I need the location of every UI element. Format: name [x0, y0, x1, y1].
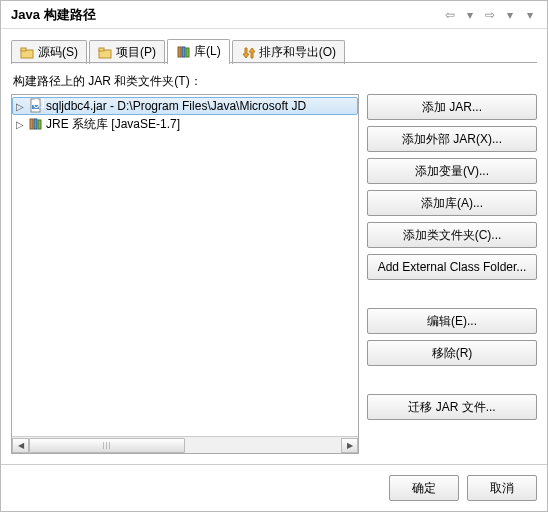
svg-rect-5: [182, 47, 185, 57]
content-area: 源码(S) 项目(P) 库(L) 排序和导出(O) 构建路径上的 JAR 和类文…: [1, 29, 547, 464]
tab-libraries[interactable]: 库(L): [167, 39, 230, 64]
libraries-tree[interactable]: ▷ 010 sqljdbc4.jar - D:\Program Files\Ja…: [11, 94, 359, 454]
svg-rect-3: [99, 48, 104, 51]
tab-projects[interactable]: 项目(P): [89, 40, 165, 64]
svg-rect-10: [30, 119, 33, 129]
nav-button-group: ⇦ ▾ ⇨ ▾ ▾: [441, 7, 539, 23]
tree-item-label: sqljdbc4.jar - D:\Program Files\Java\Mic…: [46, 99, 306, 113]
tab-order-export[interactable]: 排序和导出(O): [232, 40, 345, 64]
forward-menu-dropdown[interactable]: ▾: [501, 7, 519, 23]
add-external-class-folder-button[interactable]: Add External Class Folder...: [367, 254, 537, 280]
side-buttons-column: 添加 JAR... 添加外部 JAR(X)... 添加变量(V)... 添加库(…: [367, 94, 537, 454]
source-folder-icon: [20, 46, 34, 60]
tree-item-label: JRE 系统库 [JavaSE-1.7]: [46, 116, 180, 133]
svg-rect-4: [178, 47, 181, 57]
add-library-button[interactable]: 添加库(A)...: [367, 190, 537, 216]
back-menu-dropdown[interactable]: ▾: [461, 7, 479, 23]
tree-item-jre[interactable]: ▷ JRE 系统库 [JavaSE-1.7]: [12, 115, 358, 133]
project-folder-icon: [98, 46, 112, 60]
tree-body: ▷ 010 sqljdbc4.jar - D:\Program Files\Ja…: [12, 95, 358, 436]
svg-rect-1: [21, 48, 26, 51]
scroll-track[interactable]: [29, 438, 341, 453]
tree-item-jar[interactable]: ▷ 010 sqljdbc4.jar - D:\Program Files\Ja…: [12, 97, 358, 115]
java-build-path-dialog: Java 构建路径 ⇦ ▾ ⇨ ▾ ▾ 源码(S) 项目(P) 库(L): [0, 0, 548, 512]
jre-library-icon: [28, 116, 44, 132]
forward-icon[interactable]: ⇨: [481, 7, 499, 23]
titlebar: Java 构建路径 ⇦ ▾ ⇨ ▾ ▾: [1, 1, 547, 29]
horizontal-scrollbar[interactable]: ◀ ▶: [12, 436, 358, 453]
edit-button[interactable]: 编辑(E)...: [367, 308, 537, 334]
tab-label: 库(L): [194, 43, 221, 60]
ok-button[interactable]: 确定: [389, 475, 459, 501]
scroll-left-button[interactable]: ◀: [12, 438, 29, 453]
migrate-jar-button[interactable]: 迁移 JAR 文件...: [367, 394, 537, 420]
main-area: ▷ 010 sqljdbc4.jar - D:\Program Files\Ja…: [11, 94, 537, 454]
expand-arrow-icon[interactable]: ▷: [14, 101, 26, 112]
cancel-button[interactable]: 取消: [467, 475, 537, 501]
tab-source[interactable]: 源码(S): [11, 40, 87, 64]
library-icon: [176, 45, 190, 59]
svg-rect-6: [186, 48, 189, 57]
tab-bar: 源码(S) 项目(P) 库(L) 排序和导出(O): [11, 37, 537, 63]
jar-file-icon: 010: [28, 98, 44, 114]
add-class-folder-button[interactable]: 添加类文件夹(C)...: [367, 222, 537, 248]
add-jar-button[interactable]: 添加 JAR...: [367, 94, 537, 120]
scroll-thumb[interactable]: [29, 438, 185, 453]
add-external-jar-button[interactable]: 添加外部 JAR(X)...: [367, 126, 537, 152]
order-export-icon: [241, 46, 255, 60]
scroll-right-button[interactable]: ▶: [341, 438, 358, 453]
dialog-footer: 确定 取消: [1, 464, 547, 511]
remove-button[interactable]: 移除(R): [367, 340, 537, 366]
expand-arrow-icon[interactable]: ▷: [14, 119, 26, 130]
svg-rect-12: [38, 120, 41, 129]
add-variable-button[interactable]: 添加变量(V)...: [367, 158, 537, 184]
tab-label: 项目(P): [116, 44, 156, 61]
svg-text:010: 010: [33, 98, 44, 111]
back-icon[interactable]: ⇦: [441, 7, 459, 23]
dialog-title: Java 构建路径: [11, 6, 441, 24]
section-label: 构建路径上的 JAR 和类文件夹(T)：: [13, 73, 537, 90]
svg-rect-11: [34, 119, 37, 129]
tab-label: 排序和导出(O): [259, 44, 336, 61]
tab-label: 源码(S): [38, 44, 78, 61]
view-menu-dropdown[interactable]: ▾: [521, 7, 539, 23]
